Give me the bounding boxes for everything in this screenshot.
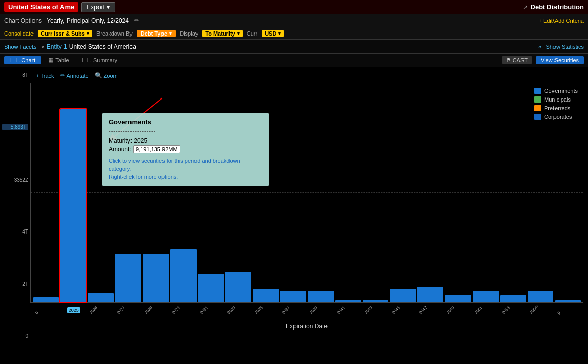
edit-pencil-icon[interactable]: ✏	[134, 17, 139, 24]
tab-row: L L. Chart ▦ Table L L. Summary ⚑ CAST V…	[0, 54, 588, 67]
chart-bar[interactable]	[198, 274, 224, 302]
y-label-2t: 2T	[2, 281, 28, 287]
bar-x-label: 2047	[418, 305, 428, 315]
track-button[interactable]: + Track	[36, 73, 54, 79]
tab-table[interactable]: ▦ Table	[42, 56, 75, 64]
chart-bar[interactable]	[473, 291, 499, 302]
facets-row: Show Facets » Entity 1 United States of …	[0, 40, 588, 54]
table-tab-icon: ▦	[48, 57, 53, 63]
chart-bar[interactable]	[555, 300, 581, 302]
bar-group[interactable]: 2045	[390, 83, 416, 302]
bar-x-label: 2041	[336, 305, 346, 315]
top-bar-left: United States of Ame Export ▾	[4, 2, 115, 12]
facets-arrow-icon: »	[42, 44, 45, 50]
consolidate-label: Consolidate	[4, 30, 34, 37]
chart-bar[interactable]	[143, 254, 169, 302]
show-facets-button[interactable]: Show Facets	[4, 44, 37, 50]
entity-badge: Entity 1	[47, 43, 67, 50]
y-label-4t: 4T	[2, 229, 28, 235]
view-securities-button[interactable]: View Securities	[536, 56, 584, 64]
breakdown-arrow-icon: ▾	[169, 31, 172, 36]
tooltip-amount-value: 9,191,135.92MM	[133, 145, 180, 153]
bar-x-label: 2033	[226, 305, 236, 315]
annotate-button[interactable]: ✏ Annotate	[60, 72, 89, 79]
bar-x-label: 2039	[309, 305, 318, 315]
bar-group[interactable]: 2049	[445, 83, 471, 302]
bar-group[interactable]: 2037	[280, 83, 306, 302]
bar-x-label: 2043	[364, 305, 373, 315]
chart-bar[interactable]	[335, 300, 361, 302]
bar-x-label: 2054+	[529, 304, 540, 315]
dropdown-arrow-icon: ▾	[87, 31, 89, 36]
bar-group[interactable]: 2053	[500, 83, 526, 302]
tab-summary[interactable]: L L. Summary	[76, 56, 123, 64]
display-arrow-icon: ▾	[237, 31, 240, 36]
bar-x-label: 2053	[501, 305, 511, 315]
chart-bar[interactable]	[417, 287, 443, 302]
chart-bar[interactable]	[500, 295, 526, 302]
y-label-8t: 8T	[2, 72, 28, 78]
breakdown-label: Breakdown By	[96, 30, 133, 37]
chart-bar[interactable]	[445, 295, 471, 302]
chart-bar[interactable]	[88, 293, 114, 302]
chart-bar[interactable]	[253, 289, 279, 302]
chart-options-value: Yearly, Principal Only, 12/2024	[47, 17, 129, 24]
bar-group[interactable]: p	[555, 83, 581, 302]
chart-bar[interactable]	[115, 254, 141, 302]
y-label-3352z: 3352Z	[2, 177, 28, 183]
tab-chart[interactable]: L L. Chart	[4, 56, 41, 64]
tooltip: Governments -------------------- Maturit…	[102, 113, 269, 186]
bar-group[interactable]: 2047	[417, 83, 443, 302]
cast-icon: ⚑	[506, 57, 511, 63]
bar-x-label: p	[556, 310, 561, 315]
bar-group[interactable]: 2051	[473, 83, 499, 302]
bar-group[interactable]: 2054+	[528, 83, 553, 302]
bar-x-label: 2027	[116, 305, 126, 315]
zoom-icon: 🔍	[95, 72, 102, 79]
summary-tab-icon: L	[82, 57, 85, 63]
chart-bar[interactable]	[33, 297, 59, 302]
bar-x-label: 2029	[171, 305, 181, 315]
bar-group[interactable]: 2041	[335, 83, 361, 302]
chart-bar[interactable]	[390, 289, 416, 302]
chart-bar[interactable]	[280, 291, 306, 302]
chart-bar[interactable]	[528, 291, 553, 302]
bar-group[interactable]: b	[33, 83, 59, 302]
show-statistics-button[interactable]: « Show Statistics	[538, 44, 584, 50]
chart-bar[interactable]	[308, 291, 334, 302]
y-label-5893t: 5.893T	[2, 124, 28, 130]
cast-button[interactable]: ⚑ CAST	[502, 56, 532, 64]
bar-x-label: 2031	[199, 305, 209, 315]
chart-bar[interactable]	[60, 109, 86, 302]
chart-bar[interactable]	[225, 272, 251, 302]
bar-group[interactable]: 2043	[363, 83, 388, 302]
currency-dropdown[interactable]: USD ▾	[262, 30, 284, 37]
bar-x-label: 2025	[67, 307, 80, 313]
chart-tab-icon: L	[10, 57, 13, 63]
bar-x-label: 2045	[391, 305, 401, 315]
curr-label: Curr	[247, 30, 257, 37]
bar-x-label: 2028	[144, 305, 153, 315]
chart-toolbar: + Track ✏ Annotate 🔍 Zoom	[30, 72, 583, 79]
tooltip-note: Click to view securities for this period…	[109, 157, 262, 181]
tab-right-actions: ⚑ CAST View Securities	[502, 56, 584, 64]
consolidate-row: Consolidate Curr Issr & Subs ▾ Breakdown…	[0, 27, 588, 40]
entity-title[interactable]: United States of Ame	[4, 2, 78, 12]
tooltip-maturity-value: 2025	[134, 137, 147, 144]
bar-group[interactable]: 2039	[308, 83, 334, 302]
export-button[interactable]: Export ▾	[81, 2, 115, 12]
zoom-button[interactable]: 🔍 Zoom	[95, 72, 118, 79]
tooltip-title: Governments	[109, 118, 262, 126]
bar-group[interactable]: 2025	[60, 83, 86, 302]
y-axis: 8T 5.893T 3352Z 4T 2T 0	[0, 67, 30, 364]
bar-x-label: 2026	[89, 305, 99, 315]
chart-bar[interactable]	[170, 249, 196, 302]
breakdown-dropdown[interactable]: Debt Type ▾	[137, 30, 176, 37]
currency-arrow-icon: ▾	[278, 31, 281, 36]
edit-add-criteria-button[interactable]: + Edit/Add Criteria	[538, 18, 584, 24]
chart-bar[interactable]	[363, 300, 388, 302]
display-dropdown[interactable]: To Maturity ▾	[202, 30, 242, 37]
bar-x-label: b	[34, 310, 39, 315]
bar-x-label: 2037	[281, 305, 291, 315]
consolidate-dropdown[interactable]: Curr Issr & Subs ▾	[38, 30, 92, 37]
